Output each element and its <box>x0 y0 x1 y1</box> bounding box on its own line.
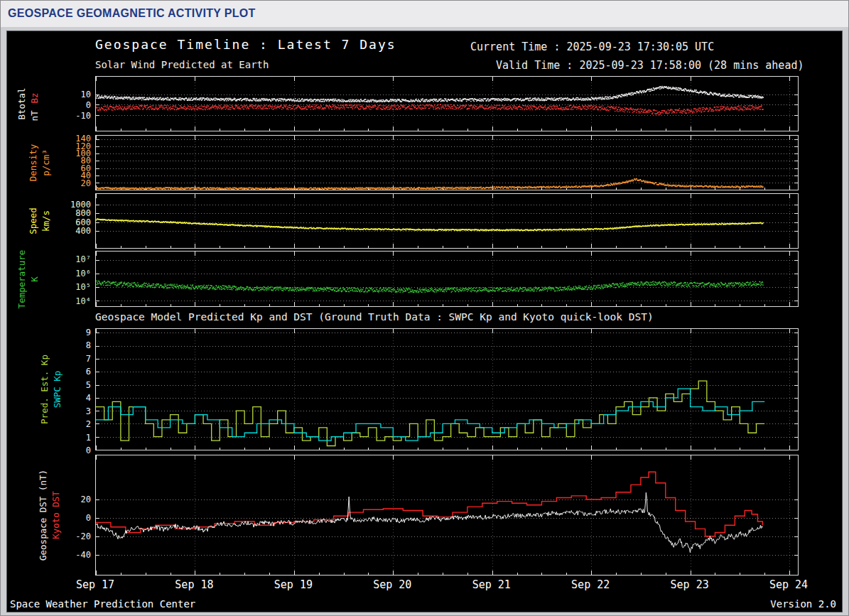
ylabel-text: Kyoto DST <box>50 491 61 539</box>
footer-version-label: Version 2.0 <box>770 598 836 610</box>
panel-dst <box>95 455 799 576</box>
ytick-label-imf: 10 <box>57 89 91 100</box>
ytick-label-kp: 0 <box>57 445 91 456</box>
ylabel-text: Bz <box>29 93 40 104</box>
ytick-label-temp: 10⁷ <box>57 254 91 265</box>
panel-kp-canvas <box>96 329 798 450</box>
ylabel-text: Density <box>28 144 38 182</box>
solar-wind-section-title: Solar Wind Predicted at Earth <box>95 59 269 70</box>
ytick-label-temp: 10⁵ <box>57 281 91 293</box>
ytick-label-imf: -10 <box>57 110 91 121</box>
ytick-label-dst: -20 <box>57 531 91 542</box>
ytick-label-kp: 2 <box>57 418 91 430</box>
page-title: GEOSPACE GEOMAGNETIC ACTIVITY PLOT <box>8 7 256 19</box>
ytick-label-temp: 10⁶ <box>57 268 91 279</box>
ytick-label-temp: 10⁴ <box>57 296 91 307</box>
plot-container: Geospace Timeline : Latest 7 Days Curren… <box>6 31 843 612</box>
x-axis-label: Sep 18 <box>166 578 222 591</box>
panel-density <box>95 135 799 190</box>
chart-title: Geospace Timeline : Latest 7 Days <box>95 37 396 52</box>
ytick-label-dst: 20 <box>57 494 91 505</box>
ytick-label-kp: 7 <box>57 353 91 364</box>
ylabel-text: K <box>29 276 40 282</box>
panel-imf-canvas <box>96 77 798 131</box>
ylabel-text: nT <box>29 111 40 121</box>
ylabel-text: Speed <box>28 207 38 234</box>
ylabel-text: Btotal <box>16 87 27 119</box>
ylabel-text: Geospace DST (nT) <box>38 470 48 561</box>
ytick-label-kp: 1 <box>57 432 91 443</box>
ylabel-text: km/s <box>40 210 51 232</box>
page-header: GEOSPACE GEOMAGNETIC ACTIVITY PLOT <box>1 1 848 27</box>
ytick-label-kp: 9 <box>57 327 91 338</box>
valid-time-label: Valid Time : 2025-09-23 17:58:00 (28 min… <box>496 59 804 72</box>
ytick-label-dst: -40 <box>57 549 91 561</box>
x-axis-label: Sep 19 <box>265 578 322 591</box>
x-axis-label: Sep 23 <box>661 578 718 591</box>
x-axis-label: Sep 24 <box>760 578 817 591</box>
panel-speed-canvas <box>96 194 798 248</box>
footer-agency-label: Space Weather Prediction Center <box>10 598 195 610</box>
ylabel-text: SWPC Kp <box>52 371 63 409</box>
panel-temp <box>95 251 799 307</box>
ytick-label-imf: 0 <box>57 99 91 111</box>
x-axis-label: Sep 22 <box>562 578 619 591</box>
page: GEOSPACE GEOMAGNETIC ACTIVITY PLOT Geosp… <box>0 0 849 616</box>
ytick-label-dst: 0 <box>57 512 91 524</box>
ylabel-text: p/cm³ <box>40 149 51 176</box>
panel-temp-canvas <box>96 252 798 306</box>
ytick-label-density: 20 <box>57 178 91 189</box>
x-axis-label: Sep 20 <box>364 578 421 591</box>
ytick-label-speed: 400 <box>57 225 91 237</box>
panel-kp <box>95 328 799 450</box>
panel-imf <box>95 76 799 131</box>
panel-density-canvas <box>96 136 798 190</box>
ytick-label-kp: 8 <box>57 340 91 351</box>
x-axis-label: Sep 17 <box>67 578 124 591</box>
ylabel-text: Pred. Est. Kp <box>39 355 50 424</box>
panel-speed <box>95 193 799 249</box>
ylabel-text: Temperature <box>16 249 27 308</box>
current-time-label: Current Time : 2025-09-23 17:30:05 UTC <box>470 40 714 53</box>
panel-dst-canvas <box>96 455 798 575</box>
model-section-title: Geospace Model Predicted Kp and DST (Gro… <box>95 311 654 323</box>
x-axis-label: Sep 21 <box>463 578 520 591</box>
